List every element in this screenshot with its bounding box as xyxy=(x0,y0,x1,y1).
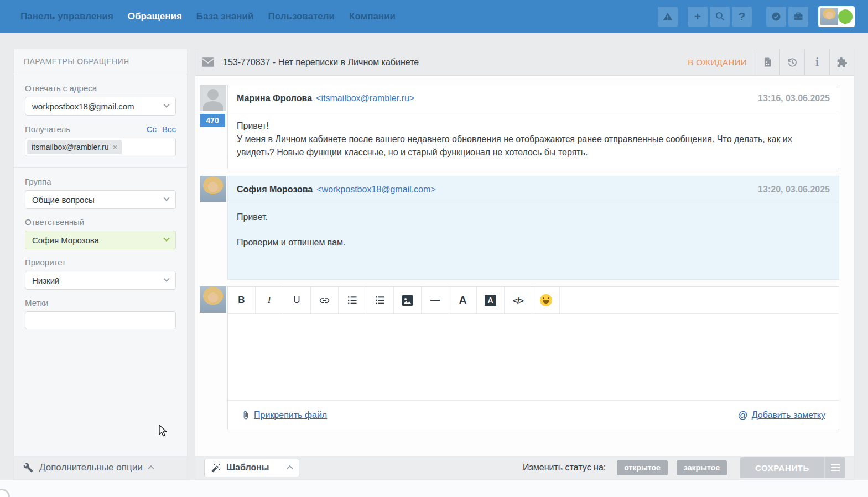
reply-from-select[interactable]: workpostbox18@gmail.com xyxy=(25,97,176,116)
client-ticket-count-badge: 470 xyxy=(200,114,225,127)
bold-button[interactable]: B xyxy=(228,287,256,313)
save-label: СОХРАНИТЬ xyxy=(740,457,824,478)
sidebar-body: Отвечать с адреса workpostbox18@gmail.co… xyxy=(14,74,187,329)
nav-item-tickets[interactable]: Обращения xyxy=(128,11,182,22)
agent-avatar xyxy=(200,286,226,313)
info-icon[interactable]: i xyxy=(804,49,829,76)
user-avatar xyxy=(820,8,838,25)
reply-from-value: workpostbox18@gmail.com xyxy=(32,102,134,111)
status-change-zone: Изменить статус на: открытое закрытое СО… xyxy=(523,457,845,478)
user-profile-button[interactable] xyxy=(818,6,855,27)
add-note-link[interactable]: @ Добавить заметку xyxy=(737,410,825,421)
chevron-down-icon xyxy=(163,276,169,282)
nav-item-dashboard[interactable]: Панель управления xyxy=(20,11,113,22)
history-icon[interactable] xyxy=(779,49,804,76)
message-paragraph: Привет! xyxy=(237,119,830,133)
assignee-value: София Морозова xyxy=(32,236,99,245)
nav-item-knowledge-base[interactable]: База знаний xyxy=(196,11,254,22)
chevron-down-icon xyxy=(163,195,169,201)
nav-menu: Панель управления Обращения База знаний … xyxy=(20,11,396,22)
underline-button[interactable]: U xyxy=(283,287,311,313)
templates-label: Шаблоны xyxy=(226,463,269,473)
assignee-select[interactable]: София Морозова xyxy=(25,231,176,249)
at-icon: @ xyxy=(737,410,747,421)
page-bottom-strip xyxy=(0,480,868,497)
help-glyph: ? xyxy=(739,10,746,23)
priority-label: Приоритет xyxy=(25,258,176,267)
add-note-label: Добавить заметку xyxy=(752,410,825,420)
bcc-link[interactable]: Bcc xyxy=(162,124,176,134)
add-glyph: + xyxy=(694,10,701,23)
reply-from-label: Отвечать с адреса xyxy=(25,83,176,93)
magic-wand-icon xyxy=(211,463,221,473)
message-thread: 470 Марина Фролова <itsmailbox@rambler.r… xyxy=(195,76,854,456)
ticket-header: 153-770837 - Нет переписки в Личном каби… xyxy=(195,49,854,76)
status-closed-button[interactable]: закрытое xyxy=(677,460,727,475)
message-agent: София Морозова <workpostbox18@gmail.com>… xyxy=(200,176,839,280)
message-author-email[interactable]: <workpostbox18@gmail.com> xyxy=(316,185,435,195)
ticket-status-badge: В ОЖИДАНИИ xyxy=(688,57,747,67)
chevron-up-icon xyxy=(148,465,154,472)
help-icon[interactable]: ? xyxy=(732,7,752,27)
sidebar-divider xyxy=(14,167,187,168)
chevron-down-icon xyxy=(163,102,169,108)
top-navigation: Панель управления Обращения База знаний … xyxy=(0,0,868,33)
nav-item-users[interactable]: Пользователи xyxy=(268,11,335,22)
online-status-indicator xyxy=(838,9,853,24)
remove-recipient-icon[interactable]: × xyxy=(112,144,117,150)
reply-editor-box: B I U — A xyxy=(227,286,839,430)
briefcase-icon[interactable] xyxy=(788,7,808,27)
tags-input[interactable] xyxy=(25,311,176,329)
recipient-tag-value: itsmailbox@rambler.ru xyxy=(32,143,108,151)
group-value: Общие вопросы xyxy=(32,195,95,205)
file-image-icon[interactable] xyxy=(755,49,779,76)
templates-button[interactable]: Шаблоны xyxy=(204,459,299,477)
message-timestamp: 13:16, 03.06.2025 xyxy=(758,93,830,103)
attach-file-link[interactable]: Прикрепить файл xyxy=(241,410,327,420)
recipient-label: Получатель xyxy=(25,124,70,134)
cc-link[interactable]: Cc xyxy=(147,124,157,134)
verified-icon[interactable] xyxy=(766,7,786,27)
wrench-icon xyxy=(23,463,33,473)
sidebar-title: ПАРАМЕТРЫ ОБРАЩЕНИЯ xyxy=(14,49,187,74)
emoji-icon xyxy=(540,294,552,306)
search-icon[interactable] xyxy=(710,7,730,27)
reply-editor: B I U — A xyxy=(200,286,839,430)
integrations-icon[interactable] xyxy=(829,49,854,76)
code-button[interactable]: </> xyxy=(505,287,532,313)
message-body: Привет. Проверим и отпишем вам. xyxy=(228,202,839,279)
horizontal-rule-button[interactable]: — xyxy=(422,287,449,313)
status-open-button[interactable]: открытое xyxy=(617,460,668,475)
font-color-button[interactable]: A xyxy=(449,287,477,313)
save-button[interactable]: СОХРАНИТЬ xyxy=(740,457,845,478)
alert-icon[interactable] xyxy=(658,7,678,27)
save-options-menu[interactable] xyxy=(824,457,845,478)
message-bubble: София Морозова <workpostbox18@gmail.com>… xyxy=(227,176,839,280)
extra-options-toggle[interactable]: Дополнительные опции xyxy=(14,456,187,479)
background-color-button[interactable]: A xyxy=(477,287,505,313)
nav-item-companies[interactable]: Компании xyxy=(349,11,396,22)
group-select[interactable]: Общие вопросы xyxy=(25,190,176,209)
ordered-list-button[interactable] xyxy=(339,287,366,313)
add-icon[interactable]: + xyxy=(688,7,708,27)
message-client: 470 Марина Фролова <itsmailbox@rambler.r… xyxy=(200,85,839,169)
attach-file-label: Прикрепить файл xyxy=(254,410,327,420)
message-timestamp: 13:20, 03.06.2025 xyxy=(758,185,830,195)
reply-text-area[interactable] xyxy=(228,314,839,400)
message-author-email[interactable]: <itsmailbox@rambler.ru> xyxy=(316,93,414,103)
background-color-glyph: A xyxy=(485,295,496,306)
group-label: Группа xyxy=(25,177,176,186)
link-button[interactable] xyxy=(311,287,339,313)
ticket-parameters-panel: ПАРАМЕТРЫ ОБРАЩЕНИЯ Отвечать с адреса wo… xyxy=(13,49,188,480)
italic-button[interactable]: I xyxy=(256,287,283,313)
recipient-input[interactable]: itsmailbox@rambler.ru × xyxy=(25,138,176,156)
priority-select[interactable]: Низкий xyxy=(25,271,176,290)
insert-image-button[interactable] xyxy=(394,287,422,313)
unordered-list-button[interactable] xyxy=(366,287,394,313)
emoji-button[interactable] xyxy=(532,287,560,313)
message-paragraph: Привет. xyxy=(237,211,830,224)
nav-actions: + ? xyxy=(658,6,855,27)
recipient-tag: itsmailbox@rambler.ru × xyxy=(27,140,122,154)
paperclip-icon xyxy=(241,410,250,420)
message-paragraph: У меня в Личном кабинете после вашего не… xyxy=(237,133,830,159)
